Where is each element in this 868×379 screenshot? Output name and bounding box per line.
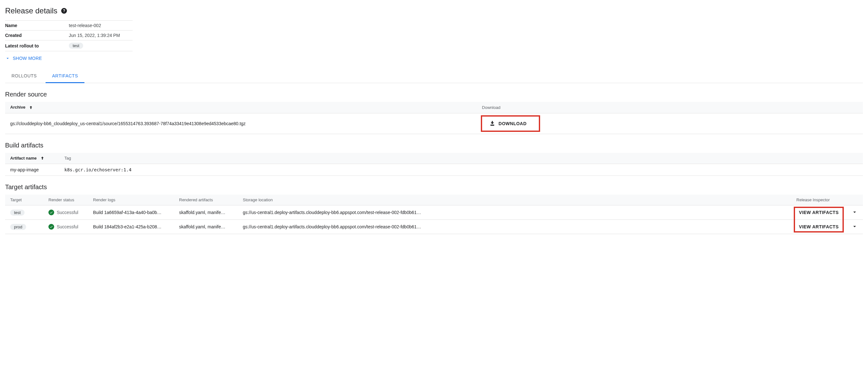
view-artifacts-button[interactable]: VIEW ARTIFACTS (796, 223, 841, 230)
page-title: Release details (5, 6, 57, 15)
table-row: gs://clouddeploy-bb6_clouddeploy_us-cent… (5, 113, 863, 134)
detail-value: test-release-002 (69, 21, 132, 31)
storage-location: gs://us-central1.deploy-artifacts.cloudd… (238, 206, 791, 220)
render-status-label: Successful (57, 210, 79, 215)
col-render-status[interactable]: Render status (43, 195, 88, 206)
col-archive-label: Archive (10, 105, 26, 109)
render-status-label: Successful (57, 224, 79, 229)
col-release-inspector: Release Inspector (791, 195, 846, 206)
download-icon (489, 120, 496, 127)
target-chip: test (10, 210, 25, 216)
detail-row: Latest rollout to test (5, 40, 132, 51)
detail-row: Created Jun 15, 2022, 1:39:24 PM (5, 31, 132, 40)
col-rendered-artifacts[interactable]: Rendered artifacts (174, 195, 238, 206)
expand-row-button[interactable] (851, 209, 858, 215)
detail-key: Name (5, 21, 69, 31)
detail-key: Latest rollout to (5, 40, 69, 51)
col-tag: Tag (59, 153, 863, 164)
col-artifact-name-label: Artifact name (10, 156, 37, 160)
download-label: DOWNLOAD (499, 121, 527, 126)
success-icon (49, 224, 54, 230)
artifact-name: my-app-image (5, 164, 59, 176)
rendered-artifacts: skaffold.yaml, manife… (174, 206, 238, 220)
show-more-label: SHOW MORE (13, 56, 42, 61)
view-artifacts-button[interactable]: VIEW ARTIFACTS (796, 209, 841, 216)
sort-arrow-up-icon (28, 105, 33, 110)
tab-artifacts[interactable]: ARTIFACTS (45, 69, 84, 83)
chevron-down-icon (5, 56, 10, 61)
expand-row-button[interactable] (851, 223, 858, 230)
help-icon[interactable]: ? (61, 8, 67, 14)
render-status: Successful (49, 210, 79, 215)
render-logs: Build 1a6659af-413a-4a40-ba0b… (88, 206, 174, 220)
artifact-tag: k8s.gcr.io/echoserver:1.4 (59, 164, 863, 176)
section-title-render-source: Render source (5, 91, 863, 98)
table-row: my-app-image k8s.gcr.io/echoserver:1.4 (5, 164, 863, 176)
success-icon (49, 210, 54, 215)
col-archive[interactable]: Archive (5, 102, 477, 113)
detail-row: Name test-release-002 (5, 21, 132, 31)
target-artifacts-table: Target Render status Render logs Rendere… (5, 195, 863, 234)
col-storage-location[interactable]: Storage location (238, 195, 791, 206)
release-details-table: Name test-release-002 Created Jun 15, 20… (5, 21, 132, 51)
show-more-button[interactable]: SHOW MORE (5, 56, 42, 61)
tabs: ROLLOUTS ARTIFACTS (5, 69, 863, 83)
svg-rect-0 (490, 125, 494, 125)
table-row: test Successful Build 1a6659af-413a-4a40… (5, 206, 863, 220)
download-highlight: DOWNLOAD (482, 117, 539, 131)
col-artifact-name[interactable]: Artifact name (5, 153, 59, 164)
sort-arrow-up-icon (40, 156, 45, 161)
rendered-artifacts: skaffold.yaml, manife… (174, 220, 238, 234)
section-title-build-artifacts: Build artifacts (5, 142, 863, 149)
col-render-logs[interactable]: Render logs (88, 195, 174, 206)
detail-value: test (69, 40, 132, 51)
chevron-down-icon (851, 223, 858, 230)
storage-location: gs://us-central1.deploy-artifacts.cloudd… (238, 220, 791, 234)
table-row: prod Successful Build 184af2b3-e2a1-425a… (5, 220, 863, 234)
render-status: Successful (49, 224, 79, 230)
col-expand (846, 195, 863, 206)
render-logs: Build 184af2b3-e2a1-425a-b208… (88, 220, 174, 234)
target-chip: test (69, 43, 83, 49)
detail-value: Jun 15, 2022, 1:39:24 PM (69, 31, 132, 40)
section-title-target-artifacts: Target artifacts (5, 184, 863, 191)
tab-rollouts[interactable]: ROLLOUTS (5, 69, 43, 83)
target-chip: prod (10, 224, 26, 230)
detail-key: Created (5, 31, 69, 40)
render-source-table: Archive Download gs://clouddeploy-bb6_cl… (5, 102, 863, 134)
build-artifacts-table: Artifact name Tag my-app-image k8s.gcr.i… (5, 153, 863, 176)
download-button[interactable]: DOWNLOAD (487, 119, 529, 128)
archive-path: gs://clouddeploy-bb6_clouddeploy_us-cent… (5, 113, 477, 134)
col-download: Download (477, 102, 863, 113)
col-target[interactable]: Target (5, 195, 43, 206)
chevron-down-icon (851, 209, 858, 215)
